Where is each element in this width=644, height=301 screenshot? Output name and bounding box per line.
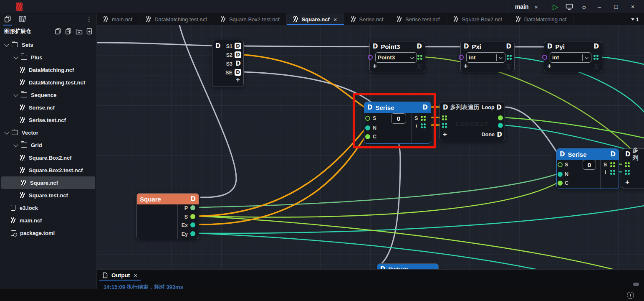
- port-n-circle[interactable]: [558, 172, 563, 177]
- d-port-icon[interactable]: D: [423, 105, 428, 111]
- grid-port[interactable]: [625, 170, 630, 175]
- tab-square-box2-test-ncf[interactable]: Square.Box2.test.ncf: [214, 13, 287, 25]
- tree-item-main-ncf[interactable]: main.ncf: [0, 214, 96, 227]
- port-circle[interactable]: [498, 123, 503, 128]
- node-pxi[interactable]: D Pxi D int + x: [460, 41, 515, 72]
- theme-toggle-icon[interactable]: ☼: [581, 3, 587, 10]
- tree-item-square-ncf[interactable]: Square.ncf: [1, 176, 95, 189]
- add-port-button[interactable]: +: [373, 62, 377, 69]
- d-port-icon[interactable]: D: [235, 69, 241, 76]
- tree-item-e3-lock[interactable]: e3.lock: [0, 202, 96, 214]
- tree-item-sequence[interactable]: Sequence: [0, 89, 96, 101]
- close-run-target-icon[interactable]: ×: [535, 3, 538, 10]
- minimize-button[interactable]: –: [595, 3, 604, 10]
- tree-item-plus[interactable]: Plus: [0, 51, 96, 64]
- node-return[interactable]: D Return: [377, 263, 439, 269]
- tab-datamatching-test-ncf[interactable]: DataMatching.test.ncf: [139, 13, 214, 25]
- tab-serise-ncf[interactable]: Serise.ncf: [344, 13, 391, 25]
- grid-port[interactable]: [507, 55, 512, 60]
- d-port-icon[interactable]: D: [611, 151, 616, 158]
- d-port-icon[interactable]: D: [417, 43, 422, 50]
- port-ey-circle[interactable]: [190, 231, 195, 236]
- port-p-circle[interactable]: [190, 205, 195, 210]
- tree-item-datamatching-ncf[interactable]: DataMatching.ncf: [0, 64, 96, 76]
- value-input[interactable]: 0: [583, 160, 596, 170]
- tree-item-package-toml[interactable]: package.toml: [0, 227, 96, 239]
- tree-item-vector[interactable]: Vector: [0, 126, 96, 139]
- grid-port[interactable]: [610, 162, 615, 167]
- tab-datamatching-ncf[interactable]: DataMatching.ncf: [509, 13, 573, 25]
- tree-item-square-test-ncf[interactable]: Square.test.ncf: [0, 189, 96, 202]
- port-n-circle[interactable]: [365, 125, 370, 130]
- port-circle[interactable]: [498, 115, 503, 120]
- add-port-button[interactable]: +: [464, 62, 468, 69]
- tree-item-datamatching-test-ncf[interactable]: DataMatching.test.ncf: [0, 76, 96, 89]
- node-pyi[interactable]: D Pyi D int + x: [544, 41, 602, 72]
- d-port-icon[interactable]: D: [191, 196, 196, 202]
- port-s-circle[interactable]: [190, 214, 195, 219]
- grid-port[interactable]: [442, 115, 447, 120]
- d-port-icon[interactable]: D: [236, 61, 241, 67]
- node-serise-1[interactable]: D Serise D S 0 N C S i: [364, 102, 431, 144]
- more-options-icon[interactable]: ⋮: [86, 15, 92, 23]
- grid-port[interactable]: [442, 123, 447, 128]
- tab-main-ncf[interactable]: main.ncf: [97, 13, 139, 25]
- type-select[interactable]: int: [550, 52, 591, 63]
- add-port-button[interactable]: +: [236, 76, 240, 83]
- explorer-files-icon[interactable]: [4, 15, 11, 23]
- node-multi-list-loop[interactable]: D 多列表遍历 Loop D LONGEST + Done D: [439, 102, 505, 141]
- run-button[interactable]: ▷: [553, 3, 558, 10]
- port-type-circle[interactable]: [542, 55, 547, 60]
- add-port-button[interactable]: +: [443, 131, 447, 138]
- port-type-circle[interactable]: [368, 55, 373, 60]
- d-port-icon[interactable]: D: [235, 51, 241, 58]
- collapse-all-icon[interactable]: [65, 28, 72, 35]
- port-type-circle[interactable]: [459, 55, 464, 60]
- tab-square-box2-ncf[interactable]: Square.Box2.ncf: [447, 13, 509, 25]
- d-port-icon[interactable]: D: [235, 43, 241, 49]
- port-s-circle[interactable]: [558, 162, 563, 167]
- library-icon[interactable]: [19, 15, 26, 23]
- type-select[interactable]: Point3: [375, 52, 417, 63]
- node-serise-2[interactable]: D Serise D S 0 N C S i: [556, 148, 619, 189]
- import-files-icon[interactable]: [55, 28, 61, 35]
- tab-overflow-menu[interactable]: 1: [626, 13, 644, 25]
- grid-port[interactable]: [593, 55, 599, 60]
- close-window-button[interactable]: ×: [628, 3, 637, 10]
- d-port-icon[interactable]: D: [594, 43, 599, 50]
- d-port-icon[interactable]: D: [506, 43, 511, 50]
- monitor-icon[interactable]: [566, 3, 573, 10]
- grid-port[interactable]: [625, 162, 630, 167]
- node-square[interactable]: Square D P S Ex Ey: [136, 193, 199, 239]
- node-graph-canvas[interactable]: D S1 D S2 D S3 D SE D + D Point3 D Point…: [97, 25, 644, 269]
- grid-port[interactable]: [417, 55, 422, 60]
- type-select[interactable]: int: [466, 52, 505, 63]
- tree-item-grid[interactable]: Grid: [0, 139, 96, 151]
- d-port-icon[interactable]: D: [215, 43, 220, 49]
- d-port-icon[interactable]: D: [497, 132, 502, 138]
- node-point3[interactable]: D Point3 D Point3 + x: [369, 41, 425, 72]
- tab-square-ncf[interactable]: Square.ncf×: [287, 13, 344, 25]
- tree-item-sets[interactable]: Sets: [0, 38, 96, 51]
- new-file-icon[interactable]: [86, 28, 92, 35]
- grid-port[interactable]: [421, 116, 426, 121]
- port-s-circle[interactable]: [365, 116, 370, 121]
- port-ex-circle[interactable]: [190, 222, 195, 227]
- node-splitter[interactable]: D S1 D S2 D S3 D SE D +: [212, 40, 244, 87]
- port-c-circle[interactable]: [365, 134, 370, 139]
- grid-port[interactable]: [610, 170, 615, 175]
- value-input[interactable]: 0: [391, 113, 406, 124]
- d-port-icon[interactable]: D: [497, 105, 502, 111]
- close-tab-icon[interactable]: ×: [333, 16, 337, 23]
- tree-item-serise-test-ncf[interactable]: Serise.test.ncf: [0, 114, 96, 126]
- tab-serise-test-ncf[interactable]: Serise.test.ncf: [390, 13, 447, 25]
- port-c-circle[interactable]: [558, 181, 563, 186]
- output-tab[interactable]: Output ×: [99, 270, 141, 281]
- tree-item-serise-ncf[interactable]: Serise.ncf: [0, 101, 96, 114]
- tree-item-square-box2-ncf[interactable]: Square.Box2.ncf: [0, 151, 96, 164]
- maximize-button[interactable]: □: [611, 3, 621, 10]
- info-icon[interactable]: !: [627, 292, 634, 299]
- add-port-button[interactable]: +: [625, 179, 629, 186]
- new-folder-icon[interactable]: [76, 28, 83, 35]
- grid-port[interactable]: [421, 123, 426, 128]
